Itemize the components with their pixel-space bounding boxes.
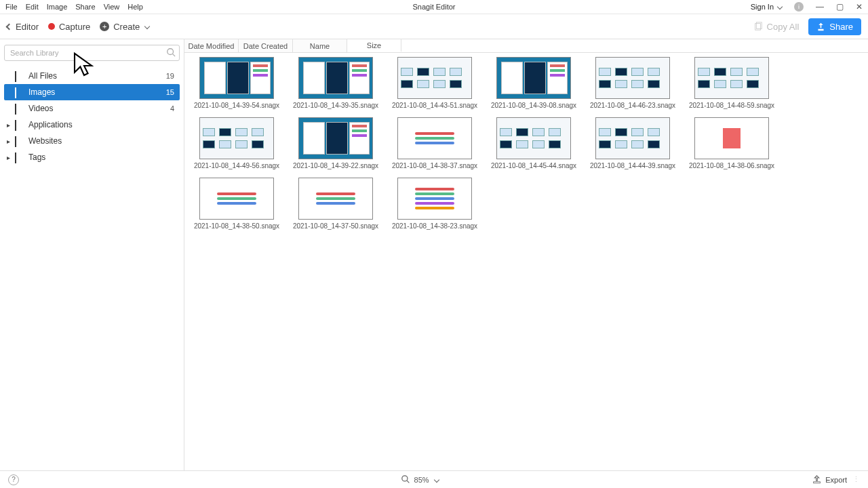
app-title: Snagit Editor xyxy=(413,3,456,11)
file-item[interactable]: 2021-10-08_14-44-39.snagx xyxy=(589,117,677,169)
file-thumbnail[interactable] xyxy=(694,57,769,99)
file-name: 2021-10-08_14-44-39.snagx xyxy=(590,162,675,169)
file-item[interactable]: 2021-10-08_14-46-23.snagx xyxy=(589,57,677,109)
sort-tab-date-modified[interactable]: Date Modified xyxy=(184,39,239,52)
menu-share[interactable]: Share xyxy=(75,3,95,11)
category-icon xyxy=(15,72,24,80)
file-name: 2021-10-08_14-38-06.snagx xyxy=(689,162,774,169)
file-thumbnail[interactable] xyxy=(496,117,571,159)
sort-tab-name[interactable]: Name xyxy=(293,39,347,52)
file-item[interactable]: 2021-10-08_14-39-22.snagx xyxy=(292,117,380,169)
file-name: 2021-10-08_14-38-50.snagx xyxy=(194,222,279,230)
file-item[interactable]: 2021-10-08_14-48-59.snagx xyxy=(688,57,776,109)
sign-in-button[interactable]: Sign In xyxy=(751,3,782,11)
svg-rect-6 xyxy=(814,482,821,483)
export-button[interactable]: Export xyxy=(812,475,847,484)
chevron-down-icon xyxy=(144,24,150,29)
file-thumbnail[interactable] xyxy=(199,57,274,99)
menu-view[interactable]: View xyxy=(104,3,120,11)
menu-help[interactable]: Help xyxy=(127,3,143,11)
sidebar-item-label: Applications xyxy=(28,120,73,129)
file-thumbnail[interactable] xyxy=(397,117,472,159)
file-thumbnail[interactable] xyxy=(199,178,274,220)
chevron-left-icon xyxy=(6,23,13,30)
sidebar: All Files19Images15Videos4▸Applications▸… xyxy=(0,39,184,470)
category-icon xyxy=(15,104,24,113)
zoom-level[interactable]: 85% xyxy=(414,476,429,484)
sidebar-item-label: All Files xyxy=(28,71,57,81)
sidebar-item-tags[interactable]: ▸Tags xyxy=(4,149,180,165)
file-item[interactable]: 2021-10-08_14-38-50.snagx xyxy=(193,178,281,230)
file-thumbnail[interactable] xyxy=(694,117,769,159)
file-name: 2021-10-08_14-38-37.snagx xyxy=(392,162,477,169)
file-item[interactable]: 2021-10-08_14-49-56.snagx xyxy=(193,117,281,169)
file-thumbnail[interactable] xyxy=(595,117,670,159)
sidebar-item-count: 15 xyxy=(166,88,174,96)
window-maximize-button[interactable]: ▢ xyxy=(836,2,844,12)
file-item[interactable]: 2021-10-08_14-38-06.snagx xyxy=(688,117,776,169)
file-thumbnail[interactable] xyxy=(298,178,373,220)
file-thumbnail[interactable] xyxy=(595,57,670,99)
window-minimize-button[interactable]: — xyxy=(816,2,824,12)
file-name: 2021-10-08_14-39-54.snagx xyxy=(194,102,279,109)
sidebar-item-count: 19 xyxy=(166,72,174,80)
create-button[interactable]: +Create xyxy=(100,22,149,32)
file-item[interactable]: 2021-10-08_14-37-50.snagx xyxy=(292,178,380,230)
search-input[interactable] xyxy=(4,45,180,61)
menubar: File Edit Image Share View Help Snagit E… xyxy=(0,0,868,14)
file-name: 2021-10-08_14-46-23.snagx xyxy=(590,102,675,109)
file-item[interactable]: 2021-10-08_14-39-35.snagx xyxy=(292,57,380,109)
file-name: 2021-10-08_14-48-59.snagx xyxy=(689,102,774,109)
share-button[interactable]: Share xyxy=(808,18,861,35)
expand-icon: ▸ xyxy=(5,121,11,129)
magnifier-icon[interactable] xyxy=(401,475,410,484)
file-name: 2021-10-08_14-39-35.snagx xyxy=(293,102,378,109)
sidebar-item-images[interactable]: Images15 xyxy=(4,84,180,100)
help-button[interactable]: ? xyxy=(8,474,19,485)
capture-button[interactable]: Capture xyxy=(48,22,90,32)
svg-line-3 xyxy=(173,54,176,57)
file-item[interactable]: 2021-10-08_14-39-54.snagx xyxy=(193,57,281,109)
sort-tabs: Date ModifiedDate CreatedNameSize xyxy=(184,39,868,53)
editor-back-button[interactable]: Editor xyxy=(7,22,39,32)
user-avatar-icon[interactable]: i xyxy=(794,2,804,12)
share-icon xyxy=(816,22,825,31)
file-name: 2021-10-08_14-37-50.snagx xyxy=(293,222,378,230)
sort-tab-date-created[interactable]: Date Created xyxy=(239,39,293,52)
category-icon xyxy=(15,153,24,161)
file-thumbnail[interactable] xyxy=(298,57,373,99)
file-item[interactable]: 2021-10-08_14-39-08.snagx xyxy=(490,57,578,109)
sidebar-item-videos[interactable]: Videos4 xyxy=(4,100,180,117)
file-thumbnail[interactable] xyxy=(298,117,373,159)
sidebar-item-label: Videos xyxy=(28,104,53,113)
file-item[interactable]: 2021-10-08_14-43-51.snagx xyxy=(391,57,479,109)
menu-edit[interactable]: Edit xyxy=(26,3,39,11)
copy-all-button[interactable]: Copy All xyxy=(753,22,800,32)
file-item[interactable]: 2021-10-08_14-45-44.snagx xyxy=(490,117,578,169)
statusbar: ? 85% Export ⋮ xyxy=(0,470,868,488)
menu-file[interactable]: File xyxy=(5,3,18,11)
sidebar-item-label: Websites xyxy=(28,136,62,146)
file-thumbnail[interactable] xyxy=(397,178,472,220)
sidebar-item-all-files[interactable]: All Files19 xyxy=(4,68,180,84)
sidebar-item-applications[interactable]: ▸Applications xyxy=(4,117,180,133)
file-thumbnail[interactable] xyxy=(397,57,472,99)
file-name: 2021-10-08_14-45-44.snagx xyxy=(491,162,576,169)
chevron-down-icon xyxy=(433,476,439,482)
window-close-button[interactable]: ✕ xyxy=(856,2,863,12)
category-icon xyxy=(15,121,24,129)
sidebar-item-websites[interactable]: ▸Websites xyxy=(4,133,180,149)
export-icon xyxy=(812,475,821,484)
file-thumbnail[interactable] xyxy=(199,117,274,159)
file-item[interactable]: 2021-10-08_14-38-37.snagx xyxy=(391,117,479,169)
file-thumbnail[interactable] xyxy=(496,57,571,99)
expand-icon: ▸ xyxy=(5,138,11,145)
file-name: 2021-10-08_14-39-08.snagx xyxy=(491,102,576,109)
category-icon xyxy=(15,88,24,96)
sort-tab-size[interactable]: Size xyxy=(347,39,401,52)
svg-point-2 xyxy=(167,49,174,55)
plus-circle-icon: + xyxy=(100,22,109,31)
overflow-menu[interactable]: ⋮ xyxy=(852,475,860,484)
file-item[interactable]: 2021-10-08_14-38-23.snagx xyxy=(391,178,479,230)
menu-image[interactable]: Image xyxy=(47,3,68,11)
